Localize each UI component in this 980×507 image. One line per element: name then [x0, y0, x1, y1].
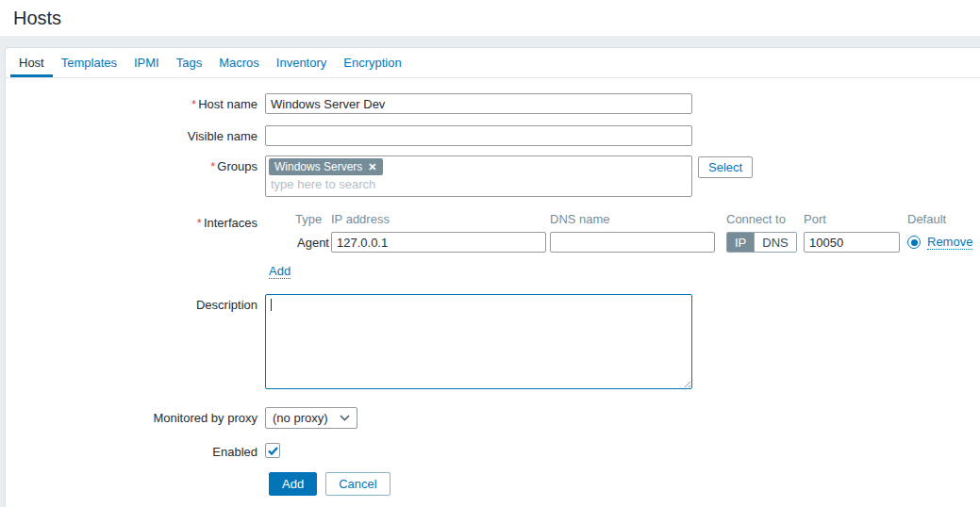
interfaces-field: Type IP address DNS name Connect to Port… — [265, 212, 972, 279]
interfaces-row: *Interfaces Type IP address DNS name Con… — [6, 212, 980, 279]
ip-address-input[interactable] — [331, 232, 546, 253]
required-asterisk: * — [197, 216, 202, 230]
groups-search-input[interactable] — [271, 177, 686, 191]
form-actions-row: Add Cancel — [6, 472, 980, 496]
interface-row-agent: Agent IP DNS — [295, 232, 972, 253]
header-connect-to: Connect to — [726, 212, 804, 226]
ip-cell — [331, 232, 550, 253]
description-textarea[interactable] — [265, 294, 692, 389]
dns-cell — [550, 232, 726, 253]
host-form: *Host name Visible name *Groups Windows — [6, 78, 980, 496]
visible-name-row: Visible name — [6, 125, 980, 146]
proxy-select-value: (no proxy) — [273, 411, 328, 425]
form-actions: Add Cancel — [265, 472, 390, 496]
visible-name-input[interactable] — [265, 125, 692, 146]
description-field — [265, 294, 692, 389]
remove-interface-link[interactable]: Remove — [927, 235, 972, 250]
chevron-down-icon — [340, 415, 350, 421]
description-label-text: Description — [196, 298, 257, 312]
enabled-checkbox[interactable] — [265, 443, 280, 458]
connect-cell: IP DNS — [726, 232, 804, 253]
page-header: Hosts — [0, 0, 980, 36]
group-chip-label: Windows Servers — [274, 160, 362, 173]
checkmark-icon — [268, 447, 278, 455]
connect-to-toggle: IP DNS — [726, 232, 797, 253]
host-name-row: *Host name — [6, 93, 980, 114]
port-input[interactable] — [804, 232, 900, 253]
host-name-input[interactable] — [265, 93, 692, 114]
default-interface-radio[interactable] — [907, 236, 921, 249]
visible-name-label-text: Visible name — [188, 129, 257, 143]
tab-tags[interactable]: Tags — [168, 48, 210, 77]
interface-type: Agent — [295, 236, 331, 250]
tab-inventory[interactable]: Inventory — [268, 48, 335, 77]
connect-ip-button[interactable]: IP — [727, 233, 754, 252]
cancel-button[interactable]: Cancel — [325, 472, 390, 496]
header-port: Port — [804, 212, 907, 226]
interfaces-label-text: Interfaces — [204, 216, 257, 230]
groups-label-text: Groups — [217, 159, 257, 173]
add-button[interactable]: Add — [269, 472, 317, 496]
visible-name-label: Visible name — [6, 125, 257, 143]
enabled-row: Enabled — [6, 441, 980, 459]
enabled-label-text: Enabled — [212, 445, 257, 459]
form-tabs: Host Templates IPMI Tags Macros Inventor… — [6, 48, 980, 78]
content-background: Host Templates IPMI Tags Macros Inventor… — [0, 36, 980, 507]
proxy-select[interactable]: (no proxy) — [265, 407, 357, 429]
tab-templates[interactable]: Templates — [53, 48, 125, 77]
connect-dns-button[interactable]: DNS — [754, 233, 795, 252]
host-name-label-text: Host name — [198, 97, 257, 111]
required-asterisk: * — [210, 159, 215, 173]
header-dns-name: DNS name — [550, 212, 726, 226]
add-interface-link[interactable]: Add — [269, 264, 291, 279]
groups-field: Windows Servers ✕ Select — [265, 155, 753, 197]
chip-remove-icon[interactable]: ✕ — [368, 162, 376, 172]
description-label: Description — [6, 294, 257, 312]
tab-macros[interactable]: Macros — [210, 48, 268, 77]
proxy-label-text: Monitored by proxy — [153, 411, 257, 425]
interfaces-label: *Interfaces — [6, 212, 257, 230]
host-form-panel: Host Templates IPMI Tags Macros Inventor… — [5, 47, 980, 507]
default-cell: Remove — [907, 235, 972, 250]
proxy-label: Monitored by proxy — [6, 407, 257, 425]
groups-select-button[interactable]: Select — [698, 156, 753, 178]
tab-host[interactable]: Host — [10, 48, 53, 77]
group-chip: Windows Servers ✕ — [269, 158, 383, 175]
enabled-label: Enabled — [6, 441, 257, 459]
groups-label: *Groups — [6, 155, 257, 173]
interfaces-header-row: Type IP address DNS name Connect to Port… — [295, 212, 972, 226]
groups-multiselect[interactable]: Windows Servers ✕ — [265, 155, 692, 197]
interfaces-table: Type IP address DNS name Connect to Port… — [295, 212, 972, 253]
header-ip-address: IP address — [331, 212, 550, 226]
tab-ipmi[interactable]: IPMI — [125, 48, 168, 77]
port-cell — [804, 232, 907, 253]
dns-name-input[interactable] — [550, 232, 715, 253]
groups-row: *Groups Windows Servers ✕ Select — [6, 155, 980, 197]
radio-selected-icon — [911, 239, 918, 246]
description-row: Description — [6, 294, 980, 389]
required-asterisk: * — [191, 97, 196, 111]
page-title: Hosts — [13, 8, 980, 29]
actions-spacer — [6, 472, 257, 476]
header-type: Type — [295, 212, 331, 226]
header-default: Default — [907, 212, 972, 226]
tab-encryption[interactable]: Encryption — [335, 48, 409, 77]
proxy-row: Monitored by proxy (no proxy) — [6, 407, 980, 429]
host-name-label: *Host name — [6, 93, 257, 111]
text-cursor — [271, 299, 272, 311]
